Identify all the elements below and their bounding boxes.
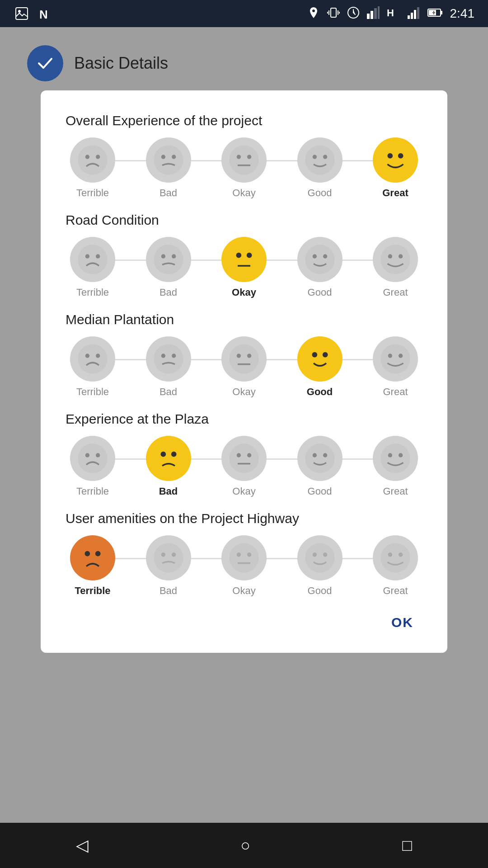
nav-home-button[interactable]: ○ <box>240 836 250 855</box>
svg-point-86 <box>172 552 176 557</box>
location-icon <box>307 6 320 21</box>
rating-item-okay-4[interactable]: Okay <box>217 535 271 597</box>
svg-point-81 <box>78 543 107 572</box>
svg-point-29 <box>323 155 327 159</box>
svg-rect-13 <box>417 7 419 19</box>
svg-point-88 <box>237 552 241 557</box>
svg-point-48 <box>399 254 403 258</box>
label-great-1: Great <box>383 287 408 298</box>
face-bad-4 <box>146 535 191 580</box>
rating-item-good-4[interactable]: Good <box>293 535 347 597</box>
face-great-4 <box>373 535 418 580</box>
rating-item-bad-2[interactable]: Bad <box>141 336 196 398</box>
rating-item-bad-0[interactable]: Bad <box>141 137 196 199</box>
nav-back-button[interactable]: ◁ <box>76 836 89 855</box>
rating-item-great-2[interactable]: Great <box>368 336 422 398</box>
label-good-0: Good <box>308 187 332 199</box>
rating-item-great-4[interactable]: Great <box>368 535 422 597</box>
rating-item-terrible-3[interactable]: Terrible <box>66 436 120 497</box>
svg-point-39 <box>229 245 258 274</box>
svg-point-60 <box>312 352 317 358</box>
svg-point-95 <box>388 552 392 557</box>
svg-rect-6 <box>371 11 373 19</box>
rating-item-okay-1[interactable]: Okay <box>217 237 271 298</box>
ok-button[interactable]: OK <box>382 610 422 635</box>
label-bad-4: Bad <box>160 585 177 597</box>
signal2-icon <box>408 6 420 21</box>
svg-point-23 <box>229 145 258 175</box>
svg-point-18 <box>85 155 89 159</box>
page-title: Basic Details <box>74 54 168 73</box>
svg-point-76 <box>312 453 316 457</box>
face-okay-4 <box>221 535 267 580</box>
svg-point-96 <box>399 552 403 557</box>
svg-point-80 <box>399 453 403 457</box>
face-okay-3 <box>221 436 267 481</box>
rating-item-okay-3[interactable]: Okay <box>217 436 271 497</box>
svg-rect-0 <box>16 8 28 19</box>
svg-rect-11 <box>411 13 413 19</box>
rating-item-okay-0[interactable]: Okay <box>217 137 271 199</box>
section-title-median: Median Plantation <box>66 312 422 327</box>
svg-point-87 <box>229 543 258 572</box>
svg-point-93 <box>323 552 327 557</box>
svg-point-57 <box>247 354 251 358</box>
face-great-3 <box>373 436 418 481</box>
face-terrible-1 <box>70 237 115 282</box>
svg-point-37 <box>161 254 165 258</box>
rating-item-terrible-1[interactable]: Terrible <box>66 237 120 298</box>
svg-text:N: N <box>39 8 48 20</box>
face-terrible-3 <box>70 436 115 481</box>
svg-point-77 <box>323 453 327 457</box>
label-good-1: Good <box>308 287 332 298</box>
svg-point-47 <box>388 254 392 258</box>
svg-rect-16 <box>441 11 442 14</box>
background-area: Basic Details Overall Experience of the … <box>0 27 488 823</box>
svg-point-84 <box>154 543 183 572</box>
nav-recent-button[interactable]: □ <box>402 836 412 855</box>
label-bad-3: Bad <box>159 486 178 497</box>
battery-icon <box>427 6 443 21</box>
section-amenities: User amenities on the Project Highway Te… <box>66 511 422 597</box>
rating-item-terrible-2[interactable]: Terrible <box>66 336 120 398</box>
rating-item-good-2[interactable]: Good <box>293 336 347 398</box>
svg-rect-5 <box>367 14 370 19</box>
svg-rect-12 <box>414 10 416 19</box>
section-road: Road Condition Terrible Bad <box>66 212 422 298</box>
svg-point-56 <box>237 354 241 358</box>
label-terrible-0: Terrible <box>76 187 109 199</box>
rating-item-terrible-4[interactable]: Terrible <box>66 535 120 597</box>
rating-item-good-1[interactable]: Good <box>293 237 347 298</box>
rating-item-bad-4[interactable]: Bad <box>141 535 196 597</box>
svg-point-59 <box>305 344 334 373</box>
rating-item-great-0[interactable]: Great <box>368 137 422 199</box>
rating-item-bad-3[interactable]: Bad <box>141 436 196 497</box>
svg-point-94 <box>380 543 410 572</box>
svg-point-50 <box>85 354 89 358</box>
label-good-4: Good <box>308 585 332 597</box>
rating-item-bad-1[interactable]: Bad <box>141 237 196 298</box>
status-bar: N <box>0 0 488 27</box>
face-okay-0 <box>221 137 267 183</box>
signal-icon <box>367 6 380 21</box>
rating-item-great-3[interactable]: Great <box>368 436 422 497</box>
header-row: Basic Details <box>0 45 168 81</box>
svg-point-64 <box>399 354 403 358</box>
face-terrible-0 <box>70 137 115 183</box>
rating-item-great-1[interactable]: Great <box>368 237 422 298</box>
face-good-3 <box>297 436 343 481</box>
svg-point-70 <box>171 452 176 457</box>
svg-point-28 <box>312 155 316 159</box>
svg-point-51 <box>96 354 100 358</box>
rating-row-median: Terrible Bad Okay <box>66 336 422 398</box>
svg-point-17 <box>78 145 107 175</box>
status-time: 2:41 <box>450 6 475 21</box>
rating-item-good-3[interactable]: Good <box>293 436 347 497</box>
h-signal-icon: H <box>387 6 400 21</box>
svg-point-75 <box>305 443 334 473</box>
svg-point-55 <box>229 344 258 373</box>
rating-item-okay-2[interactable]: Okay <box>217 336 271 398</box>
rating-item-terrible-0[interactable]: Terrible <box>66 137 120 199</box>
rating-row-road: Terrible Bad Okay <box>66 237 422 298</box>
rating-item-good-0[interactable]: Good <box>293 137 347 199</box>
